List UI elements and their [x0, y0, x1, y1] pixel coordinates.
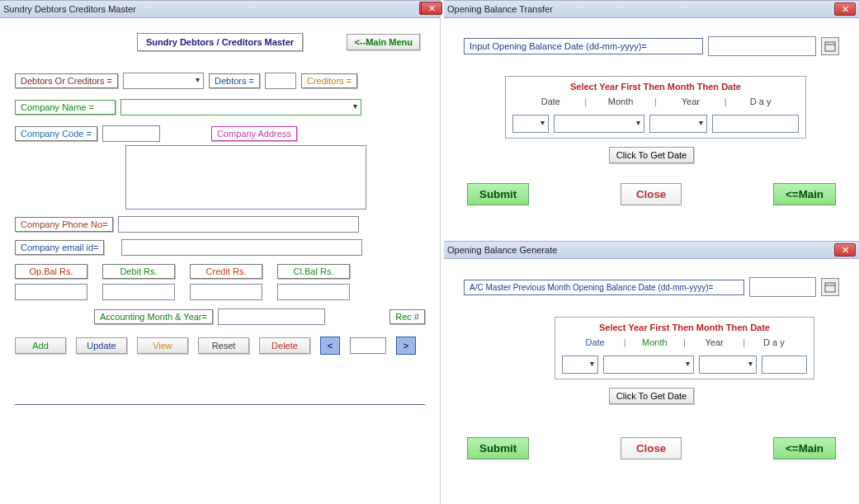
date-select[interactable] — [512, 115, 549, 133]
opbal-field[interactable] — [15, 284, 87, 300]
label-debtors: Debtors = — [209, 73, 260, 88]
debtors-or-creditors-select[interactable] — [123, 73, 204, 89]
submit-button[interactable]: Submit — [467, 183, 529, 205]
debit-field[interactable] — [102, 284, 175, 300]
titlebar-generate[interactable]: Opening Balance Generate ✕ — [444, 241, 859, 259]
label-credit: Credit Rs. — [190, 264, 262, 279]
date-select[interactable] — [562, 356, 598, 374]
window-title: Opening Balance Generate — [447, 245, 557, 255]
picker-headers: Date| Month| Year| D a y — [562, 336, 807, 349]
credit-field[interactable] — [190, 284, 262, 300]
company-email-field[interactable] — [121, 239, 362, 256]
main-button[interactable]: <=Main — [773, 437, 836, 459]
close-icon[interactable]: ✕ — [421, 2, 442, 15]
close-icon[interactable]: ✕ — [834, 243, 856, 257]
add-button[interactable]: Add — [15, 337, 66, 354]
main-menu-button[interactable]: <--Main Menu — [347, 34, 420, 50]
calendar-icon[interactable] — [821, 37, 839, 55]
label-company-name: Company Name = — [15, 100, 116, 115]
opening-date-field[interactable] — [708, 36, 816, 56]
picker-headers: Date| Month| Year| D a y — [512, 95, 799, 108]
picker-title: Select Year First Then Month Then Date — [562, 323, 807, 332]
next-button[interactable]: > — [396, 337, 416, 355]
company-name-select[interactable] — [120, 99, 361, 115]
submit-button[interactable]: Submit — [467, 437, 529, 459]
delete-button[interactable]: Delete — [259, 337, 310, 354]
day-field — [712, 115, 799, 133]
window-title: Sundry Debtors Creditors Master — [3, 4, 136, 14]
debtors-field[interactable] — [265, 73, 296, 89]
month-select[interactable] — [554, 115, 644, 133]
close-button[interactable]: Close — [621, 437, 682, 459]
calendar-icon[interactable] — [821, 278, 839, 296]
label-input-date: Input Opening Balance Date (dd-mm-yyyy)= — [464, 38, 703, 54]
label-opbal: Op.Bal Rs. — [15, 264, 87, 279]
label-company-address: Company Address — [211, 126, 297, 141]
label-company-phone: Company Phone No= — [15, 217, 113, 232]
view-button[interactable]: View — [137, 337, 188, 354]
month-select[interactable] — [603, 356, 694, 374]
svg-rect-0 — [825, 42, 835, 51]
prev-button[interactable]: < — [320, 337, 340, 355]
close-button[interactable]: Close — [621, 183, 682, 205]
opening-date-field[interactable] — [749, 277, 816, 297]
label-debtors-or-creditors: Debtors Or Creditors = — [15, 73, 118, 88]
update-button[interactable]: Update — [76, 337, 127, 354]
label-debit: Debit Rs. — [102, 264, 175, 279]
click-get-date-button[interactable]: Click To Get Date — [609, 147, 694, 163]
label-acct-month-year: Accounting Month & Year= — [94, 309, 213, 324]
page-title: Sundry Debtors / Creditors Master — [137, 33, 303, 51]
label-creditors: Creditors = — [301, 73, 357, 88]
window-title: Opening Balance Transfer — [447, 4, 553, 14]
company-phone-field[interactable] — [118, 216, 359, 233]
titlebar-left[interactable]: Sundry Debtors Creditors Master ✕ — [0, 0, 440, 18]
company-code-field[interactable] — [102, 125, 160, 142]
click-get-date-button[interactable]: Click To Get Date — [609, 388, 694, 404]
label-company-code: Company Code = — [15, 126, 97, 141]
label-company-email: Company email id= — [15, 240, 104, 255]
picker-title: Select Year First Then Month Then Date — [512, 82, 799, 92]
rec-num-field[interactable] — [350, 337, 386, 354]
clbal-field[interactable] — [277, 284, 350, 300]
close-icon[interactable]: ✕ — [834, 2, 856, 16]
label-rec-num: Rec # — [389, 309, 425, 324]
svg-rect-2 — [825, 283, 835, 292]
label-input-date: A/C Master Previous Month Opening Balanc… — [464, 280, 744, 295]
creditors-field[interactable] — [362, 73, 394, 89]
reset-button[interactable]: Reset — [198, 337, 249, 354]
year-select[interactable] — [649, 115, 707, 133]
main-button[interactable]: <=Main — [773, 183, 836, 205]
year-select[interactable] — [699, 356, 757, 374]
company-address-field[interactable] — [125, 145, 366, 210]
day-field — [762, 356, 807, 374]
separator — [15, 404, 425, 405]
label-clbal: Cl.Bal Rs. — [277, 264, 350, 279]
titlebar-transfer[interactable]: Opening Balance Transfer ✕ — [444, 0, 859, 18]
acct-month-year-field[interactable] — [218, 309, 325, 325]
